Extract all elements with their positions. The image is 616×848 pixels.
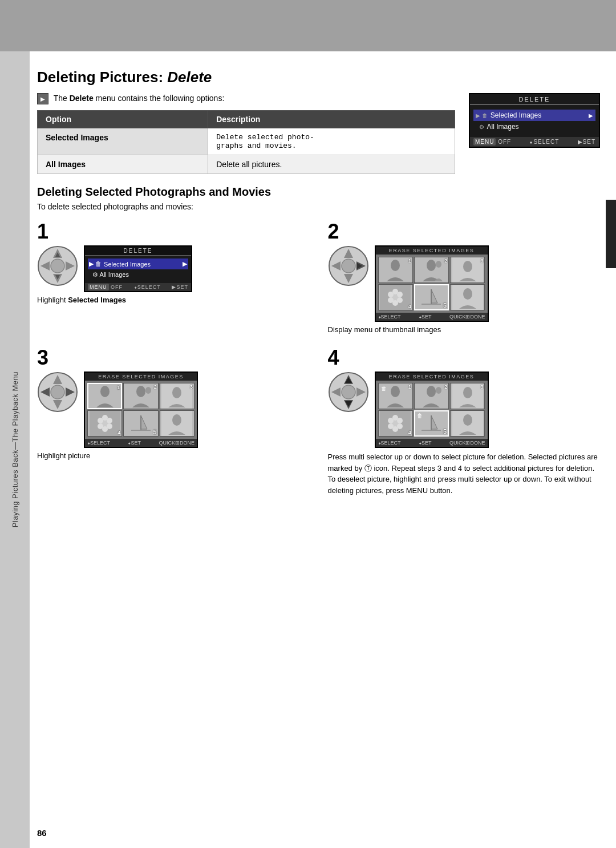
sidebar-label: Playing Pictures Back—The Playback Menu: [11, 371, 19, 527]
svg-point-25: [397, 292, 403, 297]
screen-3-title: ERASE SELECTED IMAGES: [85, 373, 197, 381]
footer-select: ⬥SELECT: [529, 139, 559, 145]
dpad-svg-4: [328, 371, 369, 413]
thumb-3-6: [160, 410, 194, 437]
svg-point-28: [388, 297, 394, 303]
main-content: Deleting Pictures: Delete ▶ The Delete m…: [37, 51, 600, 530]
svg-point-19: [436, 261, 441, 268]
step-4-caption: Press multi selector up or down to selec…: [328, 451, 601, 496]
svg-text:🗑: 🗑: [417, 413, 423, 419]
screen-3-grid: 1 2: [85, 381, 197, 439]
thumb-3-1: 1: [87, 383, 122, 409]
step-1: 1: [37, 221, 310, 334]
top-bar: [0, 0, 616, 51]
screen-2-grid: 1 2: [376, 255, 488, 313]
svg-point-29: [388, 292, 394, 297]
step-2-number: 2: [328, 221, 601, 242]
step-1-content: DELETE ▶ 🗑 Selected Images ▶ ⚙ All Image…: [37, 245, 310, 292]
svg-point-74: [427, 386, 436, 397]
section2-subtext: To delete selected photographs and movie…: [37, 202, 600, 211]
table-row: Selected Images Delete selected photo-gr…: [38, 128, 455, 155]
delete-menu-screenshot: DELETE ▶ 🗑 Selected Images ▶ ⚙ All Image…: [469, 93, 600, 148]
screen-1-footer: MENU OFF ⬥SELECT ▶SET: [85, 283, 191, 291]
step-3-content: ERASE SELECTED IMAGES 1: [37, 371, 310, 448]
svg-point-52: [107, 418, 112, 423]
intro-text-block: ▶ The Delete menu contains the following…: [37, 93, 455, 174]
svg-point-48: [172, 387, 181, 398]
dpad-4: [328, 371, 369, 413]
menu-btn: MENU: [88, 284, 109, 290]
intro-row: ▶ The Delete menu contains the following…: [37, 93, 600, 174]
screen-2-footer: ⬥SELECT ⬥SET QUICK⊞DONE: [376, 313, 488, 321]
dpad-3: [37, 371, 78, 413]
delete-menu-body: ▶ 🗑 Selected Images ▶ ⚙ All Images: [470, 105, 599, 137]
screen-4: ERASE SELECTED IMAGES 🗑 1: [375, 371, 489, 448]
screen-2-title: ERASE SELECTED IMAGES: [376, 247, 488, 255]
thumb-4-1: 🗑 1: [378, 383, 413, 409]
thumb-4-4: 4: [378, 410, 413, 437]
thumb-4-6: [450, 410, 485, 437]
step-3-caption: Highlight picture: [37, 451, 310, 460]
svg-point-45: [136, 386, 145, 397]
camera-icon: ▶: [37, 93, 48, 104]
col-header-description: Description: [208, 111, 455, 128]
svg-point-61: [172, 414, 181, 426]
screen-2: ERASE SELECTED IMAGES 1: [375, 245, 489, 322]
thumb-3: 3: [450, 257, 485, 283]
footer-menu: MENU OFF: [473, 139, 511, 145]
table-row: All Images Delete all pictures.: [38, 155, 455, 174]
thumb-3-4: 4: [87, 410, 122, 437]
svg-point-67: [342, 385, 355, 399]
svg-point-13: [342, 259, 355, 273]
dpad-2: [328, 245, 369, 286]
page-title: Deleting Pictures: Delete: [37, 68, 600, 86]
step-2-content: ERASE SELECTED IMAGES 1: [328, 245, 601, 322]
delete-menu-row-all: ⚙ All Images: [473, 121, 595, 132]
svg-point-71: [391, 386, 400, 397]
thumb-3-2: 2: [123, 383, 158, 409]
svg-point-77: [463, 387, 472, 398]
svg-point-34: [463, 288, 472, 300]
delete-menu-row-selected: ▶ 🗑 Selected Images ▶: [473, 110, 595, 121]
sidebar: Playing Pictures Back—The Playback Menu: [0, 51, 30, 848]
thumb-3-3: 3: [160, 383, 194, 409]
screen-1-body: ▶ 🗑 Selected Images ▶ ⚙ All Images: [85, 256, 191, 283]
svg-point-18: [427, 260, 436, 271]
svg-point-85: [388, 418, 394, 423]
delete-menu-title: DELETE: [470, 94, 599, 105]
step-4-number: 4: [328, 348, 601, 368]
option-desc-all: Delete all pictures.: [208, 155, 455, 174]
step-3: 3 ERASE SELECTED IMAGES: [37, 348, 310, 496]
svg-point-55: [98, 423, 103, 429]
dpad-svg-3: [37, 371, 78, 413]
section2-heading: Deleting Selected Photographs and Movies: [37, 185, 600, 199]
screen-1-title: DELETE: [85, 247, 191, 256]
step-2: 2 ERASE SELECTED IMAGES: [328, 221, 601, 334]
col-header-option: Option: [38, 111, 208, 128]
svg-point-40: [51, 385, 64, 399]
step-3-number: 3: [37, 348, 310, 368]
thumb-4: 4: [378, 284, 413, 310]
dpad-svg-1: [37, 245, 78, 286]
svg-point-81: [397, 418, 403, 423]
screen-4-footer: ⬥SELECT ⬥SET QUICK⊞DONE: [376, 439, 488, 447]
svg-point-43: [100, 386, 110, 397]
screen-4-grid: 🗑 1 2: [376, 381, 488, 439]
step-1-caption: Highlight Selected Images: [37, 296, 310, 304]
svg-point-46: [145, 387, 151, 394]
delete-menu-footer: MENU OFF ⬥SELECT ▶SET: [470, 137, 599, 147]
option-name-all: All Images: [38, 155, 208, 174]
footer-set: ▶SET: [578, 139, 595, 145]
screen-3: ERASE SELECTED IMAGES 1: [84, 371, 198, 448]
step-4: 4 ERASE SELECTED IMAG: [328, 348, 601, 496]
options-table: Option Description Selected Images Delet…: [37, 110, 455, 174]
right-accent: [606, 200, 616, 268]
thumb-4-3: 3: [450, 383, 485, 409]
row-arrow: ▶: [589, 112, 593, 119]
svg-text:🗑: 🗑: [381, 385, 387, 391]
svg-point-56: [98, 418, 103, 423]
thumb-5: 5: [414, 284, 449, 310]
option-name-selected: Selected Images: [38, 128, 208, 155]
screen-1-row1: ▶ 🗑 Selected Images ▶: [88, 259, 188, 269]
svg-point-91: [463, 414, 472, 426]
